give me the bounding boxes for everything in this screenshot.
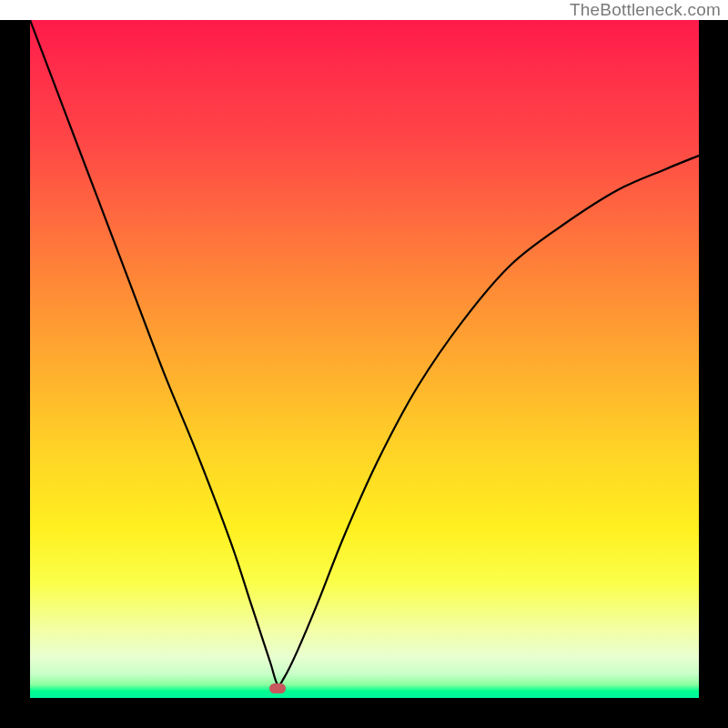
- watermark-text: TheBottleneck.com: [570, 0, 721, 20]
- chart-stage: TheBottleneck.com: [0, 0, 728, 728]
- bottleneck-curve: [30, 20, 699, 685]
- curve-layer: [30, 20, 699, 698]
- minimum-marker: [269, 683, 286, 693]
- plot-area: [30, 20, 699, 698]
